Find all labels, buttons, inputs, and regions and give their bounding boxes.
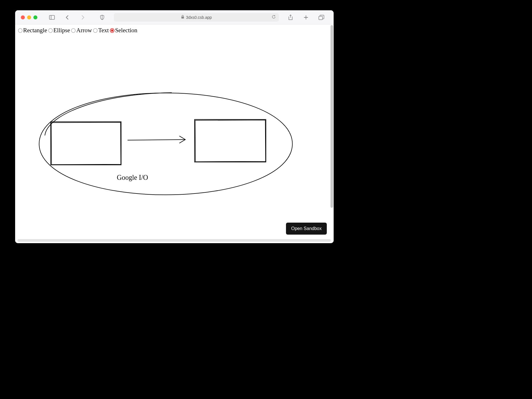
tool-label: Text [98,27,109,34]
drawing-toolbar: Rectangle Ellipse Arrow Text Selection [15,25,334,36]
radio-icon [48,28,53,33]
canvas-text[interactable]: Google I/O [117,174,148,181]
svg-rect-6 [319,16,323,20]
shield-icon[interactable] [99,14,105,21]
titlebar: 3dxs0.csb.app [15,10,334,25]
lock-icon [181,15,184,20]
radio-icon [93,28,98,33]
minimize-window-button[interactable] [27,15,31,19]
browser-window: 3dxs0.csb.app Rectangle Ellipse [15,10,334,243]
svg-rect-3 [181,17,184,19]
tabs-icon[interactable] [318,14,325,21]
tool-rectangle[interactable]: Rectangle [18,27,47,34]
tool-label: Selection [115,27,137,34]
drawing-canvas[interactable]: Google I/O [15,36,334,243]
tool-text[interactable]: Text [93,27,109,34]
back-button[interactable] [64,14,70,21]
tool-label: Arrow [76,27,92,34]
close-window-button[interactable] [21,15,25,19]
share-icon[interactable] [287,14,294,21]
traffic-lights [21,15,37,19]
tool-arrow[interactable]: Arrow [71,27,92,34]
scrollbar-horizontal[interactable] [17,239,331,242]
scrollbar-vertical[interactable] [331,25,333,208]
maximize-window-button[interactable] [33,15,37,19]
reload-icon[interactable] [271,15,276,20]
tool-label: Ellipse [53,27,70,34]
svg-line-7 [128,140,185,140]
radio-icon [18,28,23,33]
open-sandbox-button[interactable]: Open Sandbox [286,223,327,235]
radio-icon [71,28,76,33]
forward-button[interactable] [80,14,86,21]
tool-label: Rectangle [23,27,47,34]
sidebar-toggle-icon[interactable] [49,14,55,21]
radio-icon [110,28,114,33]
new-tab-icon[interactable] [303,14,309,21]
tool-ellipse[interactable]: Ellipse [48,27,70,34]
tool-selection[interactable]: Selection [110,27,137,34]
address-bar[interactable]: 3dxs0.csb.app [114,13,279,22]
page-content: Rectangle Ellipse Arrow Text Selection [15,25,334,243]
svg-rect-0 [49,15,55,19]
address-text: 3dxs0.csb.app [186,15,212,20]
